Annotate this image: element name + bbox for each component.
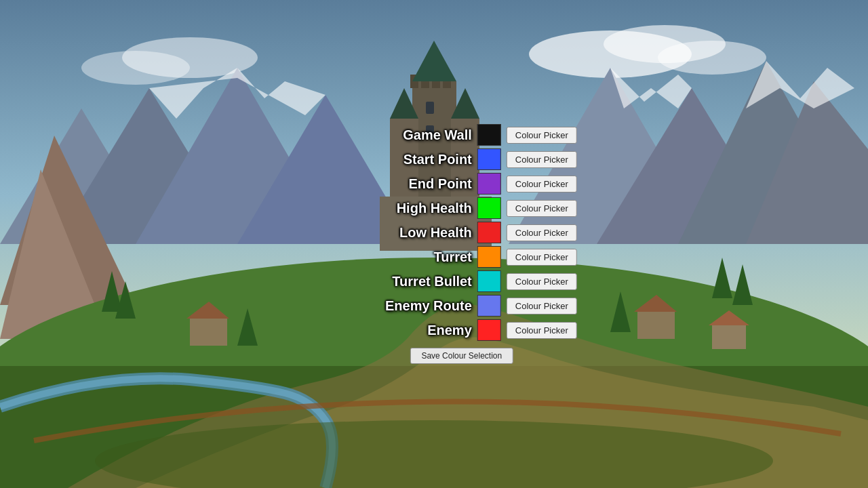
color-row-high-health: High HealthColour Picker xyxy=(347,197,577,219)
label-start-point: Start Point xyxy=(347,152,472,167)
label-game-wall: Game Wall xyxy=(347,127,472,143)
color-row-turret-bullet: Turret BulletColour Picker xyxy=(347,270,577,292)
color-row-end-point: End PointColour Picker xyxy=(347,173,577,195)
label-enemy: Enemy xyxy=(347,323,472,338)
colour-picker-btn-enemy[interactable]: Colour Picker xyxy=(507,322,577,339)
color-row-turret: TurretColour Picker xyxy=(347,246,577,268)
swatch-turret-bullet[interactable] xyxy=(477,270,501,292)
label-end-point: End Point xyxy=(347,176,472,192)
label-turret: Turret xyxy=(347,249,472,265)
svg-rect-40 xyxy=(190,319,227,346)
label-low-health: Low Health xyxy=(347,225,472,241)
swatch-high-health[interactable] xyxy=(477,197,501,219)
colour-picker-btn-turret-bullet[interactable]: Colour Picker xyxy=(507,273,577,290)
color-row-enemy-route: Enemy RouteColour Picker xyxy=(347,295,577,317)
colour-picker-btn-high-health[interactable]: Colour Picker xyxy=(507,200,577,217)
label-turret-bullet: Turret Bullet xyxy=(347,274,472,289)
save-button-container: Save Colour Selection xyxy=(347,348,577,364)
colour-picker-btn-enemy-route[interactable]: Colour Picker xyxy=(507,298,577,314)
swatch-end-point[interactable] xyxy=(477,173,501,195)
svg-point-3 xyxy=(658,41,766,75)
colour-picker-btn-turret[interactable]: Colour Picker xyxy=(507,249,577,266)
svg-rect-42 xyxy=(637,312,675,339)
swatch-enemy[interactable] xyxy=(477,319,501,341)
color-row-low-health: Low HealthColour Picker xyxy=(347,222,577,243)
save-colour-selection-button[interactable]: Save Colour Selection xyxy=(410,348,513,364)
swatch-game-wall[interactable] xyxy=(477,124,501,146)
color-settings-panel: Game WallColour PickerStart PointColour … xyxy=(347,124,577,364)
colour-picker-btn-start-point[interactable]: Colour Picker xyxy=(507,151,577,168)
svg-rect-44 xyxy=(712,325,746,349)
colour-picker-btn-game-wall[interactable]: Colour Picker xyxy=(507,127,577,144)
label-high-health: High Health xyxy=(347,201,472,216)
swatch-turret[interactable] xyxy=(477,246,501,268)
color-row-start-point: Start PointColour Picker xyxy=(347,148,577,170)
swatch-start-point[interactable] xyxy=(477,148,501,170)
color-row-enemy: EnemyColour Picker xyxy=(347,319,577,341)
colour-picker-btn-end-point[interactable]: Colour Picker xyxy=(507,176,577,192)
color-row-game-wall: Game WallColour Picker xyxy=(347,124,577,146)
colour-picker-btn-low-health[interactable]: Colour Picker xyxy=(507,224,577,241)
swatch-enemy-route[interactable] xyxy=(477,295,501,317)
svg-rect-27 xyxy=(426,102,434,114)
swatch-low-health[interactable] xyxy=(477,222,501,243)
label-enemy-route: Enemy Route xyxy=(347,298,472,314)
